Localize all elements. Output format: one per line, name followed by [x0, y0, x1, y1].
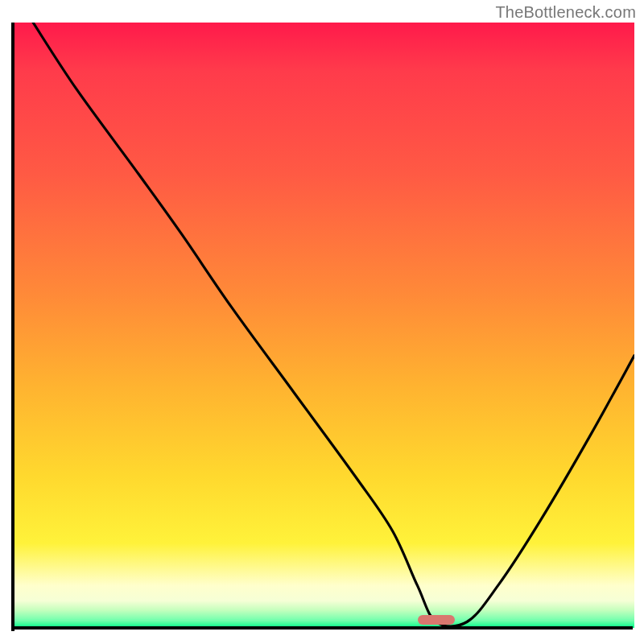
bottleneck-curve	[14, 23, 634, 628]
optimal-marker	[418, 615, 455, 625]
watermark-label: TheBottleneck.com	[495, 3, 636, 22]
x-axis	[11, 626, 633, 630]
plot-area	[14, 23, 634, 628]
y-axis	[11, 23, 14, 631]
chart-canvas: TheBottleneck.com	[0, 0, 644, 644]
